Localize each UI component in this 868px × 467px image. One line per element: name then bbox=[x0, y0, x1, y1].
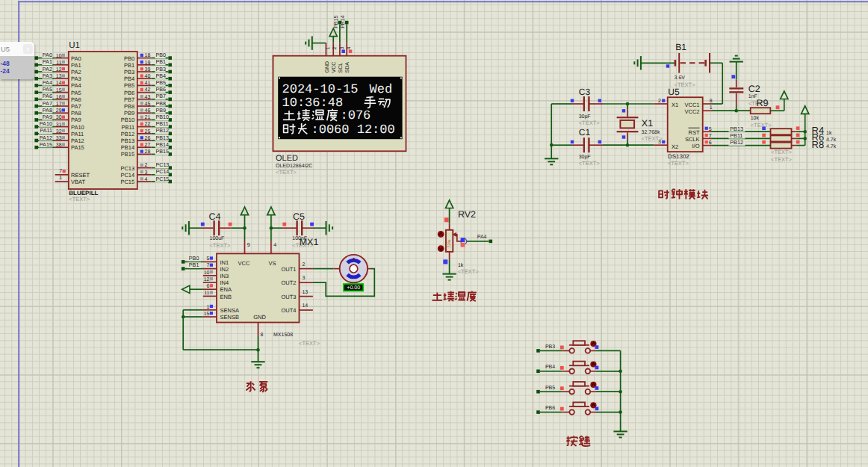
svg-text:3: 3 bbox=[658, 140, 661, 145]
svg-text:OUT3: OUT3 bbox=[281, 294, 296, 300]
svg-text:VCC: VCC bbox=[332, 62, 337, 73]
svg-text:15: 15 bbox=[56, 88, 62, 93]
svg-text:PB11: PB11 bbox=[121, 124, 134, 131]
svg-text:6: 6 bbox=[207, 284, 210, 289]
svg-text:32.768k: 32.768k bbox=[642, 129, 660, 135]
svg-text:PB0: PB0 bbox=[189, 255, 199, 262]
svg-text:ENA: ENA bbox=[220, 286, 232, 293]
svg-text:PB5: PB5 bbox=[155, 79, 166, 86]
svg-text::076: :076 bbox=[341, 109, 371, 123]
svg-text:PA0: PA0 bbox=[43, 52, 52, 58]
svg-text:OLED12864I2C: OLED12864I2C bbox=[276, 164, 312, 169]
svg-text:5: 5 bbox=[207, 256, 210, 262]
svg-text:PB15: PB15 bbox=[334, 16, 339, 28]
svg-text:<TEXT>: <TEXT> bbox=[210, 242, 232, 249]
svg-text:PA8: PA8 bbox=[43, 107, 52, 114]
svg-text:PB7: PB7 bbox=[155, 93, 166, 99]
svg-text:42: 42 bbox=[145, 87, 151, 93]
svg-text:VCC: VCC bbox=[238, 260, 250, 267]
svg-text:<TEXT>: <TEXT> bbox=[299, 340, 320, 347]
svg-text:PB3: PB3 bbox=[124, 69, 134, 75]
svg-text:PC15: PC15 bbox=[155, 176, 169, 182]
svg-text:11: 11 bbox=[56, 61, 61, 66]
svg-text:4.7k: 4.7k bbox=[826, 143, 837, 149]
svg-text:PA5: PA5 bbox=[71, 90, 81, 96]
svg-text:VS: VS bbox=[269, 260, 276, 267]
svg-text:PB13: PB13 bbox=[730, 126, 743, 132]
svg-text:26: 26 bbox=[145, 136, 151, 141]
svg-text:PA9: PA9 bbox=[43, 114, 52, 120]
svg-text:PA4: PA4 bbox=[477, 235, 487, 240]
svg-text:PA11: PA11 bbox=[40, 127, 52, 134]
svg-text:PB0: PB0 bbox=[155, 52, 166, 58]
svg-text:PB8: PB8 bbox=[124, 103, 134, 110]
svg-text:PB5: PB5 bbox=[545, 386, 555, 391]
svg-text:PB10: PB10 bbox=[121, 117, 134, 123]
svg-text:PA10: PA10 bbox=[71, 124, 84, 131]
svg-text:19: 19 bbox=[145, 61, 151, 66]
svg-text:C2: C2 bbox=[748, 84, 760, 94]
svg-text:PB14: PB14 bbox=[121, 144, 134, 151]
svg-text:4.7k: 4.7k bbox=[826, 137, 837, 143]
svg-text:PA3: PA3 bbox=[43, 72, 52, 79]
svg-text:4: 4 bbox=[273, 243, 276, 248]
svg-text:VCC2: VCC2 bbox=[684, 108, 699, 115]
svg-text:PA11: PA11 bbox=[71, 131, 84, 137]
svg-text:2: 2 bbox=[658, 99, 661, 104]
svg-text:1: 1 bbox=[207, 305, 210, 310]
svg-text:100uF: 100uF bbox=[210, 236, 225, 241]
svg-text:<TEXT>: <TEXT> bbox=[579, 160, 601, 167]
svg-text:33: 33 bbox=[56, 136, 62, 141]
svg-text:1: 1 bbox=[326, 46, 331, 49]
svg-text:3: 3 bbox=[145, 170, 148, 176]
svg-text:PC15: PC15 bbox=[120, 179, 134, 185]
svg-text:17: 17 bbox=[56, 102, 62, 107]
svg-text:PA15: PA15 bbox=[40, 141, 52, 148]
svg-text:IN1: IN1 bbox=[220, 259, 229, 266]
svg-text:PB13: PB13 bbox=[121, 137, 134, 144]
svg-text:1: 1 bbox=[710, 105, 713, 111]
svg-text:PB4: PB4 bbox=[545, 365, 555, 370]
svg-text:PB6: PB6 bbox=[545, 406, 555, 411]
svg-text:38: 38 bbox=[56, 143, 62, 148]
svg-text:PB6: PB6 bbox=[124, 90, 134, 96]
svg-text:SCLK: SCLK bbox=[685, 136, 700, 143]
svg-text:PB0: PB0 bbox=[124, 55, 134, 62]
svg-text:I/O: I/O bbox=[692, 143, 699, 149]
svg-text:41: 41 bbox=[145, 81, 151, 86]
svg-text:OUT2: OUT2 bbox=[281, 279, 296, 286]
svg-text:<TEXT>: <TEXT> bbox=[675, 81, 696, 88]
svg-text:OLED: OLED bbox=[276, 154, 298, 163]
svg-text:12: 12 bbox=[56, 67, 62, 72]
svg-text:3.6V: 3.6V bbox=[675, 75, 686, 81]
svg-text:MX1508: MX1508 bbox=[273, 333, 293, 338]
svg-text:DS1302: DS1302 bbox=[668, 153, 689, 160]
svg-text:PA2: PA2 bbox=[43, 66, 52, 72]
svg-text:29: 29 bbox=[56, 108, 62, 114]
svg-text:OUT1: OUT1 bbox=[281, 266, 296, 273]
svg-text:PB14: PB14 bbox=[155, 141, 169, 148]
svg-text:PB1: PB1 bbox=[124, 62, 134, 69]
svg-text:1k: 1k bbox=[458, 262, 464, 268]
svg-text:27: 27 bbox=[145, 143, 151, 148]
svg-text:2: 2 bbox=[302, 262, 305, 267]
svg-text:8: 8 bbox=[261, 333, 264, 338]
svg-text:RV2: RV2 bbox=[458, 209, 476, 220]
svg-text:U1: U1 bbox=[69, 41, 80, 50]
svg-text:9: 9 bbox=[247, 243, 250, 248]
svg-text:<TEXT>: <TEXT> bbox=[668, 160, 689, 167]
svg-text:15: 15 bbox=[204, 312, 210, 317]
svg-text:PB3: PB3 bbox=[155, 66, 166, 72]
svg-text:5: 5 bbox=[709, 127, 712, 132]
svg-text:7: 7 bbox=[709, 134, 712, 139]
svg-text:PA12: PA12 bbox=[71, 137, 84, 144]
svg-text:14: 14 bbox=[56, 81, 62, 86]
svg-text:MX1: MX1 bbox=[300, 237, 319, 247]
svg-text:PA2: PA2 bbox=[71, 69, 81, 75]
svg-text:45: 45 bbox=[145, 102, 151, 107]
svg-text:X1: X1 bbox=[642, 118, 653, 129]
svg-text:1k: 1k bbox=[826, 130, 832, 136]
svg-text:C3: C3 bbox=[579, 87, 591, 97]
svg-text:31: 31 bbox=[56, 123, 62, 128]
svg-text:PB4: PB4 bbox=[155, 72, 166, 79]
